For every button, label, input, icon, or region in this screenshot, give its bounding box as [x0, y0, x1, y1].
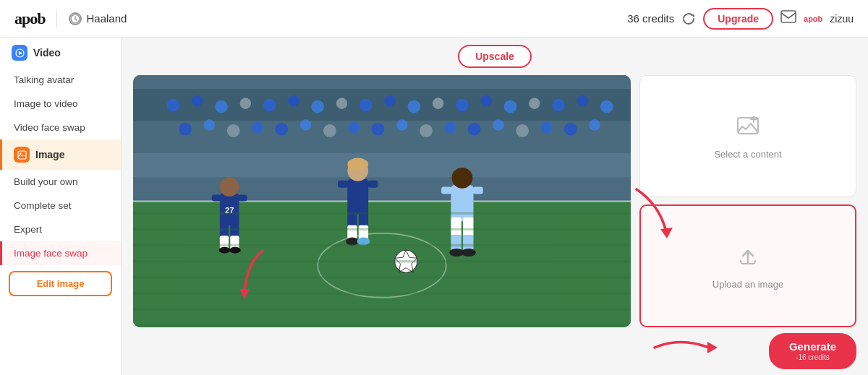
main-image-area: 27: [133, 75, 631, 327]
svg-rect-78: [463, 217, 473, 237]
sidebar-item-video-face-swap[interactable]: Video face swap: [0, 116, 121, 139]
credits-display: 36 credits: [627, 12, 674, 25]
svg-point-16: [288, 95, 299, 107]
sidebar-item-image-to-video[interactable]: Image to video: [0, 92, 121, 116]
svg-rect-73: [451, 185, 473, 221]
content-body: 27: [122, 75, 868, 327]
history-icon: [69, 12, 82, 25]
header-project: Haaland: [69, 12, 127, 25]
content-area: Upscale: [122, 38, 868, 375]
svg-point-25: [504, 100, 517, 113]
svg-point-60: [229, 247, 241, 254]
svg-point-43: [493, 119, 504, 131]
video-section-label: Video: [33, 47, 61, 59]
generate-label: Generate: [789, 340, 836, 353]
content-bottombar: Generate -16 credits: [122, 327, 868, 375]
svg-point-18: [336, 98, 348, 109]
svg-point-5: [20, 152, 21, 154]
svg-point-74: [452, 168, 473, 189]
svg-point-27: [552, 98, 565, 111]
svg-point-30: [179, 123, 192, 136]
svg-rect-4: [18, 151, 26, 159]
svg-point-26: [529, 98, 540, 109]
sidebar-item-complete-set[interactable]: Complete set: [0, 194, 121, 217]
svg-rect-62: [347, 178, 368, 214]
upload-image-label: Upload an image: [712, 279, 783, 290]
svg-point-31: [204, 119, 216, 131]
svg-point-34: [275, 123, 288, 136]
sidebar-item-build-your-own[interactable]: Build your own: [0, 170, 121, 194]
svg-point-36: [323, 124, 336, 137]
sidebar-item-expert[interactable]: Expert: [0, 217, 121, 241]
svg-point-24: [480, 95, 492, 107]
svg-point-12: [192, 95, 203, 107]
svg-point-40: [420, 124, 433, 137]
svg-point-14: [240, 98, 252, 109]
svg-rect-76: [472, 187, 482, 194]
svg-rect-67: [347, 210, 357, 227]
select-content-label: Select a content: [714, 149, 781, 160]
edit-image-button[interactable]: Edit image: [9, 271, 112, 296]
upscale-button[interactable]: Upscale: [458, 45, 532, 68]
sidebar-item-image-face-swap[interactable]: Image face swap: [0, 241, 121, 265]
select-content-card[interactable]: Select a content: [639, 75, 856, 197]
upgrade-button[interactable]: Upgrade: [703, 8, 773, 30]
svg-point-29: [600, 100, 613, 113]
refresh-icon[interactable]: [681, 12, 696, 26]
svg-point-33: [252, 122, 263, 134]
svg-point-23: [456, 98, 469, 111]
svg-rect-53: [212, 195, 221, 202]
svg-rect-66: [367, 181, 378, 188]
header: apob Haaland 36 credits Upgrade apob zi: [0, 0, 868, 38]
svg-rect-65: [338, 181, 348, 188]
svg-rect-1: [781, 11, 796, 22]
svg-point-11: [167, 98, 180, 111]
user-brand-text: apob: [804, 14, 822, 23]
svg-point-22: [433, 98, 444, 109]
svg-point-37: [348, 122, 359, 134]
sidebar-image-section[interactable]: Image: [0, 139, 121, 170]
video-section-icon: [12, 45, 27, 61]
svg-point-28: [577, 95, 589, 107]
svg-rect-75: [441, 187, 451, 194]
svg-point-52: [220, 177, 239, 197]
generate-button[interactable]: Generate -16 credits: [769, 333, 856, 369]
image-section-icon: [14, 147, 30, 163]
svg-rect-92: [738, 118, 758, 134]
main-layout: Video Talking avatar Image to video Vide…: [0, 38, 868, 375]
logo: apob: [14, 9, 45, 28]
image-section-label: Image: [35, 149, 64, 160]
mail-icon[interactable]: [780, 10, 796, 27]
svg-point-35: [300, 119, 312, 131]
svg-point-64: [347, 158, 368, 171]
sidebar: Video Talking avatar Image to video Vide…: [0, 38, 122, 375]
sidebar-video-section[interactable]: Video: [0, 38, 121, 68]
svg-point-13: [215, 100, 228, 113]
content-topbar: Upscale: [122, 38, 868, 75]
svg-point-41: [445, 122, 456, 134]
svg-point-38: [372, 123, 385, 136]
svg-rect-68: [359, 210, 368, 227]
svg-point-44: [516, 124, 529, 137]
upload-icon: [735, 242, 761, 273]
svg-point-82: [461, 249, 476, 257]
svg-rect-77: [451, 217, 461, 237]
upload-image-card[interactable]: Upload an image: [639, 204, 856, 328]
svg-point-20: [384, 95, 396, 107]
username: zizuu: [830, 13, 854, 25]
sidebar-item-talking-avatar[interactable]: Talking avatar: [0, 68, 121, 92]
svg-point-17: [311, 100, 324, 113]
svg-point-47: [589, 119, 600, 131]
select-content-icon: [735, 112, 761, 143]
svg-point-15: [263, 98, 276, 111]
generate-credits: -16 credits: [796, 353, 830, 362]
right-panel: Select a content Upload an image: [639, 75, 856, 327]
svg-point-45: [541, 122, 553, 134]
svg-point-19: [359, 98, 373, 111]
header-divider: [56, 10, 57, 27]
svg-point-46: [564, 123, 577, 136]
svg-point-59: [219, 247, 231, 254]
svg-rect-54: [237, 195, 247, 202]
svg-point-21: [408, 100, 421, 113]
svg-point-39: [396, 119, 408, 131]
